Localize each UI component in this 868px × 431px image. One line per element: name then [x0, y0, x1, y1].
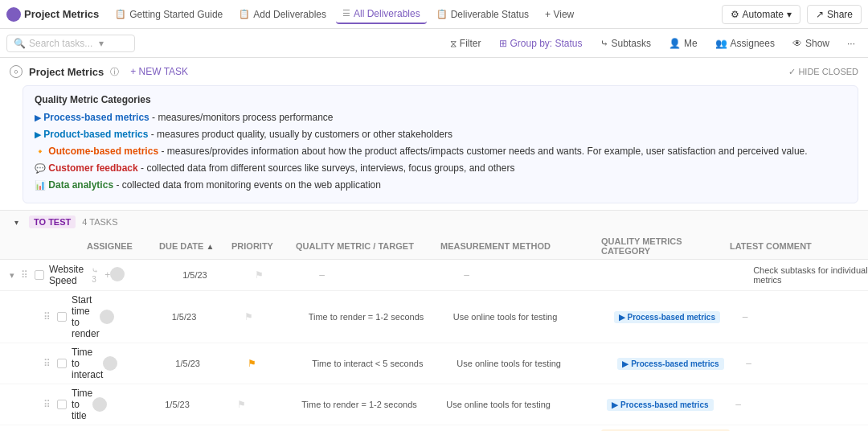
more-button[interactable]: ···: [841, 35, 862, 51]
avatar: [110, 267, 125, 281]
toolbar-right: ⧖ Filter ⊞ Group by: Status ⤷ Subtasks 👤…: [444, 35, 862, 51]
tab-deliverable-status[interactable]: 📋 Deliverable Status: [430, 6, 535, 23]
col-assignee: ASSIGNEE: [87, 241, 159, 251]
col-measurement: MEASUREMENT METHOD: [440, 241, 601, 251]
check-icon: ✓: [788, 67, 796, 76]
comment-cell: –: [735, 399, 864, 410]
task-checkbox[interactable]: [35, 270, 44, 280]
quality-metric-cell: Time to interact < 5 seconds: [312, 359, 457, 368]
assignee-cell: [92, 397, 165, 412]
info-box: Quality Metric Categories ▶ Process-base…: [23, 85, 858, 203]
more-icon: ···: [847, 38, 855, 49]
col-comment: LATEST COMMENT: [730, 241, 858, 251]
quality-metric-cell: Time to render = 1-2 seconds: [301, 400, 446, 409]
tab-icon: ☰: [342, 8, 350, 18]
info-icon[interactable]: ⓘ: [110, 66, 119, 78]
comment-cell: Check subtasks for individual metrics: [753, 265, 868, 285]
assignees-button[interactable]: 👥 Assignees: [709, 35, 781, 51]
search-placeholder: Search tasks...: [29, 38, 92, 49]
task-checkbox[interactable]: [57, 400, 67, 409]
people-icon: 👥: [715, 38, 727, 49]
automate-button[interactable]: ⚙ Automate ▾: [722, 5, 800, 24]
col-quality-metric: QUALITY METRIC / TARGET: [296, 241, 440, 251]
due-date-cell: 1/5/23: [175, 359, 248, 368]
group-by-button[interactable]: ⊞ Group by: Status: [493, 35, 589, 51]
expand-icon[interactable]: ▾: [10, 270, 14, 281]
category-cell: ▶ Process-based metrics: [614, 311, 743, 323]
tab-add-deliverables[interactable]: 📋 Add Deliverables: [232, 6, 333, 23]
section-to-test: ▾ TO TEST 4 TASKS ASSIGNEE DUE DATE ▲ PR…: [0, 210, 868, 431]
priority-cell: ⚑: [237, 399, 301, 410]
section-label-to-test: TO TEST: [29, 216, 76, 228]
chevron-down-icon: ▾: [99, 38, 104, 49]
measurement-cell: Use online tools for testing: [457, 359, 617, 368]
tab-all-deliverables[interactable]: ☰ All Deliverables: [336, 5, 427, 24]
search-box[interactable]: 🔍 Search tasks... ▾: [6, 35, 135, 52]
add-view-btn[interactable]: + View: [538, 6, 580, 23]
drag-icon: ⠿: [43, 399, 51, 410]
task-row-website-speed[interactable]: ▾ ⠿ Website Speed ⤷ 3 + 1/5/23 ⚑ – – Che…: [0, 260, 868, 291]
subtask-count: ⤷ 3: [92, 266, 98, 284]
info-title: Quality Metric Categories: [35, 94, 846, 105]
assignee-cell: [100, 310, 172, 324]
avatar: [100, 310, 114, 324]
main-content: ○ Project Metrics ⓘ + NEW TASK ✓ HIDE CL…: [0, 58, 868, 431]
sort-icon: ▲: [206, 242, 214, 251]
drag-icon: ⠿: [43, 358, 51, 369]
section-toggle-to-test[interactable]: ▾: [10, 216, 23, 228]
col-quality-category: QUALITY METRICS CATEGORY: [601, 236, 730, 256]
subtask-row-time-title[interactable]: ⠿ Time to title 1/5/23 ⚑ Time to render …: [0, 384, 868, 425]
show-icon: 👁: [792, 38, 802, 49]
col-priority: PRIORITY: [231, 241, 296, 251]
badge-process: ▶ Process-based metrics: [617, 358, 723, 370]
priority-cell: ⚑: [248, 358, 312, 369]
measurement-cell: –: [464, 269, 624, 281]
project-header: ○ Project Metrics ⓘ + NEW TASK ✓ HIDE CL…: [0, 58, 868, 85]
info-item-customer: 💬 Customer feedback - collected data fro…: [35, 161, 846, 175]
comment-cell: –: [746, 358, 868, 369]
drag-icon: ⠿: [21, 269, 28, 281]
subtask-row-time-interact[interactable]: ⠿ Time to interact 1/5/23 ⚑ Time to inte…: [0, 343, 868, 384]
task-name-cell: ⠿ Time to interact: [42, 347, 103, 380]
app-icon: [6, 7, 21, 22]
subtasks-button[interactable]: ⤷ Subtasks: [594, 35, 657, 51]
tab-icon: 📋: [115, 9, 126, 19]
project-circle: ○: [10, 65, 23, 78]
nav-right: ⚙ Automate ▾ ↗ Share: [722, 5, 862, 24]
tab-icon: 📋: [239, 9, 250, 19]
task-count-to-test: 4 TASKS: [82, 217, 117, 227]
tab-getting-started[interactable]: 📋 Getting Started Guide: [108, 6, 229, 23]
search-icon: 🔍: [14, 38, 26, 49]
priority-cell: ⚑: [255, 269, 319, 281]
hide-closed-button[interactable]: ✓ HIDE CLOSED: [788, 67, 858, 77]
info-item-product: ▶ Product-based metrics - measures produ…: [35, 127, 846, 142]
group-icon: ⊞: [499, 38, 507, 49]
add-subtask-icon[interactable]: +: [104, 269, 110, 281]
task-row-usability[interactable]: ⠿ Usability testing 1/13/23 ⚑ At least 8…: [0, 425, 868, 431]
comment-cell: –: [743, 311, 868, 322]
assignee-cell: [103, 356, 175, 371]
task-checkbox[interactable]: [57, 359, 67, 368]
drag-icon: ⠿: [43, 311, 51, 322]
show-button[interactable]: 👁 Show: [786, 35, 836, 51]
category-cell: ▶ Process-based metrics: [617, 358, 746, 370]
measurement-cell: Use online tools for testing: [446, 400, 607, 409]
category-cell: ▶ Process-based metrics: [607, 399, 735, 411]
new-task-button[interactable]: + NEW TASK: [125, 64, 193, 79]
filter-button[interactable]: ⧖ Filter: [444, 35, 488, 51]
project-title: Project Metrics: [29, 66, 104, 78]
priority-flag: ⚑: [237, 399, 246, 410]
app-title: Project Metrics: [24, 8, 99, 20]
task-name-cell: ⠿ Start time to render: [42, 294, 100, 339]
measurement-cell: Use online tools for testing: [453, 312, 614, 322]
automate-icon: ⚙: [731, 9, 739, 20]
subtask-row-start-render[interactable]: ⠿ Start time to render 1/5/23 ⚑ Time to …: [0, 291, 868, 343]
quality-metric-cell: –: [319, 269, 464, 281]
me-button[interactable]: 👤 Me: [662, 35, 704, 51]
table-header: ASSIGNEE DUE DATE ▲ PRIORITY QUALITY MET…: [0, 233, 868, 260]
share-button[interactable]: ↗ Share: [807, 5, 862, 24]
priority-cell: ⚑: [244, 311, 309, 322]
task-checkbox[interactable]: [57, 312, 67, 322]
tab-icon: 📋: [436, 9, 448, 19]
quality-metric-cell: Time to render = 1-2 seconds: [309, 312, 453, 322]
